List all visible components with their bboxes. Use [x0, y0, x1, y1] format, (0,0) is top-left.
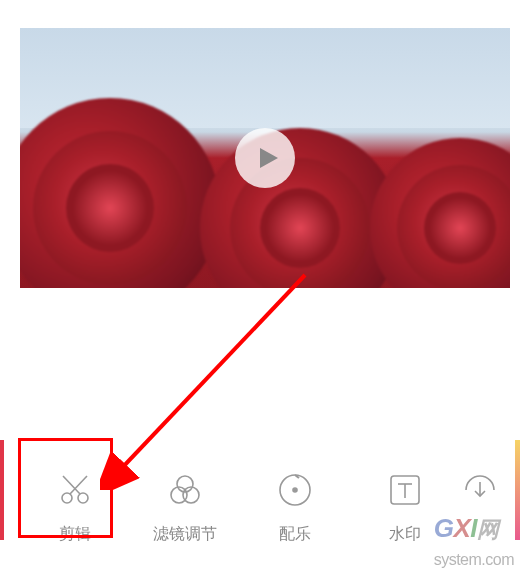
edit-tool[interactable]: 剪辑 — [20, 470, 130, 545]
play-button[interactable] — [235, 128, 295, 188]
site-watermark: GXI网 system.com — [434, 513, 514, 571]
music-icon — [275, 470, 315, 510]
music-tool[interactable]: 配乐 — [240, 470, 350, 545]
filter-tool[interactable]: 滤镜调节 — [130, 470, 240, 545]
video-preview[interactable] — [20, 28, 510, 288]
tool-label: 水印 — [389, 524, 421, 545]
play-icon — [256, 146, 280, 170]
tool-label: 滤镜调节 — [153, 524, 217, 545]
scissors-icon — [55, 470, 95, 510]
tool-label: 配乐 — [279, 524, 311, 545]
svg-point-2 — [62, 493, 72, 503]
download-icon — [460, 470, 500, 510]
annotation-arrow — [100, 270, 320, 490]
text-icon — [385, 470, 425, 510]
svg-point-3 — [78, 493, 88, 503]
video-background-roses — [20, 88, 510, 288]
filter-icon — [165, 470, 205, 510]
svg-line-1 — [120, 275, 305, 470]
tool-label: 剪辑 — [59, 524, 91, 545]
svg-point-10 — [293, 488, 297, 492]
